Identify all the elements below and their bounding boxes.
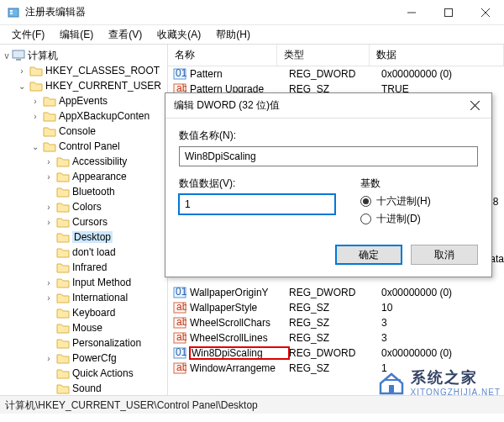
dialog-titlebar[interactable]: 编辑 DWORD (32 位)值 [165,93,491,119]
expander-icon[interactable]: › [30,112,40,121]
tree-item[interactable]: Infrared [0,260,167,275]
tree-item[interactable]: Personalization [0,335,167,351]
tree-item[interactable]: ›AppXBackupConten [0,108,167,124]
value-type: REG_SZ [289,332,381,344]
folder-icon [56,307,70,319]
col-data[interactable]: 数据 [370,45,504,66]
value-data-input[interactable] [179,194,335,214]
expander-icon[interactable]: › [44,203,54,212]
list-row[interactable]: 011Win8DpiScalingREG_DWORD0x00000000 (0) [168,346,504,361]
tree-item[interactable]: Bluetooth [0,184,167,199]
menu-edit[interactable]: 编辑(E) [53,26,100,44]
expander-icon[interactable]: › [30,97,40,106]
radio-icon [360,196,371,207]
expander-icon[interactable]: › [44,172,54,182]
tree-item[interactable]: Desktop [0,229,167,245]
expander-icon[interactable]: › [44,354,54,363]
value-type: REG_DWORD [289,68,381,80]
value-type: REG_SZ [289,317,381,329]
app-icon [7,6,20,19]
list-row[interactable]: abWallpaperStyleREG_SZ10 [168,300,504,315]
tree-item[interactable]: ›Colors [0,199,167,214]
tree-item[interactable]: ›HKEY_CLASSES_ROOT [0,63,167,78]
tree-item[interactable]: ›Input Method [0,275,167,290]
menu-file[interactable]: 文件(F) [5,26,51,44]
tree-item-label: Desktop [72,231,113,243]
tree-item-label: Cursors [72,216,108,228]
svg-text:ab: ab [176,316,186,328]
folder-icon [56,352,70,364]
expander-icon[interactable]: › [44,293,54,303]
tree-item-label: PowerCfg [72,352,117,364]
tree-item-label: Accessibility [72,156,127,167]
value-icon: 011 [173,67,186,81]
expander-icon[interactable]: › [44,157,54,166]
tree-item[interactable]: ›AppEvents [0,93,167,108]
tree-item-label: AppXBackupConten [59,110,150,122]
tree-item-label: Infrared [72,261,107,273]
menu-view[interactable]: 查看(V) [102,26,149,44]
expander-icon[interactable]: ⌄ [30,142,40,151]
col-name[interactable]: 名称 [168,45,277,66]
expander-icon[interactable]: › [44,278,54,287]
tree-item[interactable]: Sound [0,381,167,395]
tree-item[interactable]: Quick Actions [0,366,167,381]
dialog-close-button[interactable] [458,93,491,119]
tree-item[interactable]: Keyboard [0,305,167,320]
value-name-input[interactable] [179,146,478,166]
folder-icon [56,367,70,379]
list-row[interactable]: abWheelScrollLinesREG_SZ3 [168,330,504,346]
value-name: WheelScrollLines [190,332,289,344]
radio-hex[interactable]: 十六进制(H) [360,194,478,208]
expander-icon[interactable]: › [17,66,27,76]
tree-item[interactable]: don't load [0,245,167,260]
tree-item[interactable]: ›Accessibility [0,154,167,169]
tree-root[interactable]: v 计算机 [0,48,167,63]
col-type[interactable]: 类型 [277,45,370,66]
tree-item-label: HKEY_CLASSES_ROOT [45,65,160,76]
tree-item[interactable]: ⌄HKEY_CURRENT_USER [0,78,167,93]
tree-item[interactable]: Mouse [0,320,167,335]
value-type: REG_DWORD [289,287,381,298]
value-name: WindowArrangeme [190,362,289,374]
radio-dec[interactable]: 十进制(D) [360,212,478,226]
base-label: 基数 [360,177,478,191]
folder-icon [43,95,56,107]
edit-dword-dialog: 编辑 DWORD (32 位)值 数值名称(N): 数值数据(V): 基数 十六… [165,92,492,277]
list-row[interactable]: 011WallpaperOriginYREG_DWORD0x00000000 (… [168,285,504,300]
tree-item-label: AppEvents [59,95,108,107]
menu-help[interactable]: 帮助(H) [209,26,257,44]
folder-icon [56,277,70,288]
expander-icon[interactable]: ⌄ [17,82,27,91]
ok-button[interactable]: 确定 [335,245,402,265]
tree-item[interactable]: ⌄Control Panel [0,139,167,154]
cancel-button[interactable]: 取消 [411,245,478,265]
window-title: 注册表编辑器 [25,5,86,19]
svg-text:011: 011 [176,346,186,358]
list-row[interactable]: 011PatternREG_DWORD0x00000000 (0) [168,66,504,82]
expander-icon[interactable]: › [44,218,54,227]
tree-item-label: Personalization [72,337,141,349]
tree-item[interactable]: ›Appearance [0,169,167,184]
tree-item[interactable]: ›PowerCfg [0,351,167,366]
svg-rect-1 [10,10,13,12]
value-data-label: 数值数据(V): [179,177,335,191]
tree-item-label: International [72,292,128,303]
tree-pane[interactable]: v 计算机 ›HKEY_CLASSES_ROOT⌄HKEY_CURRENT_US… [0,45,168,395]
maximize-button[interactable] [430,0,467,25]
value-data: 10 [381,302,504,314]
tree-item[interactable]: ›Cursors [0,214,167,229]
list-row[interactable]: abWheelScrollCharsREG_SZ3 [168,315,504,330]
chevron-down-icon[interactable]: v [2,51,12,61]
tree-item[interactable]: ›International [0,290,167,305]
watermark: 系统之家 XITONGZHIJIA.NET [377,367,501,397]
close-button[interactable] [467,0,504,25]
folder-icon [43,110,56,122]
menu-favorites[interactable]: 收藏夹(A) [150,26,207,44]
tree-item[interactable]: Console [0,124,167,139]
svg-rect-27 [389,385,394,393]
svg-rect-0 [8,8,18,17]
minimize-button[interactable] [393,0,430,25]
svg-text:011: 011 [176,286,186,298]
tree-root-label: 计算机 [28,49,58,63]
